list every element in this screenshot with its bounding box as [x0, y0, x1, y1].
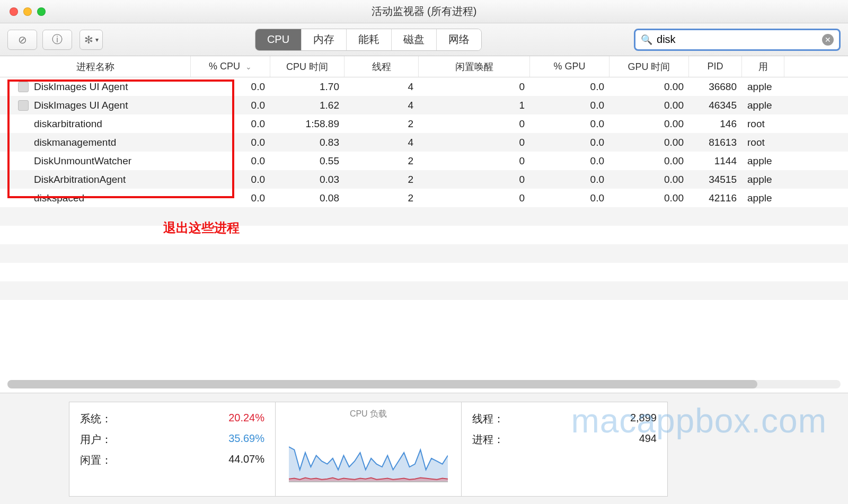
cell-cpu: 0.0 [191, 118, 270, 130]
cell-cpu: 0.0 [191, 100, 270, 111]
process-name: DiskImages UI Agent [34, 81, 128, 93]
table-row[interactable]: DiskArbitrationAgent0.00.03200.00.003451… [0, 170, 848, 189]
window-zoom-button[interactable] [37, 7, 46, 16]
table-row[interactable]: DiskImages UI Agent0.01.70400.00.0036680… [0, 77, 848, 96]
cell-threads: 4 [344, 81, 419, 93]
chevron-down-icon: ▾ [95, 36, 99, 43]
process-icon [18, 137, 29, 148]
column-header-wakeups[interactable]: 闲置唤醒 [419, 56, 530, 77]
cell-threads: 4 [344, 100, 419, 111]
cell-wake: 0 [419, 155, 530, 167]
cell-pid: 42116 [689, 192, 742, 204]
cell-pid: 36680 [689, 81, 742, 93]
column-header-name[interactable]: 进程名称 [0, 56, 191, 77]
cell-name: DiskArbitrationAgent [0, 174, 191, 185]
cell-cput: 0.55 [270, 155, 344, 167]
cell-gpu: 0.0 [530, 100, 610, 111]
inspect-process-button[interactable]: ⓘ [42, 30, 72, 50]
empty-row [0, 207, 848, 226]
process-icon [18, 193, 29, 204]
scrollbar-thumb[interactable] [7, 380, 757, 388]
stat-threads: 线程： 2,899 [472, 409, 657, 429]
cell-user: apple [742, 174, 784, 185]
cell-cput: 0.03 [270, 174, 344, 185]
cell-user: root [742, 118, 784, 130]
cell-gpu: 0.0 [530, 174, 610, 185]
process-name: DiskImages UI Agent [34, 100, 128, 111]
cpu-usage-panel: 系统： 20.24% 用户： 35.69% 闲置： 44.07% [69, 402, 276, 497]
settings-menu-button[interactable]: ✻ ▾ [80, 30, 103, 50]
column-header-gpu[interactable]: % GPU [530, 56, 610, 77]
search-input[interactable] [657, 33, 818, 46]
search-field[interactable]: 🔍 ✕ [634, 29, 841, 51]
table-row[interactable]: diskspaced0.00.08200.00.0042116apple [0, 189, 848, 207]
process-table: DiskImages UI Agent0.01.70400.00.0036680… [0, 77, 848, 378]
stat-processes-value: 494 [639, 432, 657, 447]
search-icon: 🔍 [641, 34, 652, 46]
info-icon: ⓘ [52, 32, 63, 47]
process-name: DiskUnmountWatcher [34, 155, 131, 167]
empty-row [0, 226, 848, 244]
cell-gput: 0.00 [610, 137, 689, 148]
traffic-lights [0, 7, 46, 16]
counts-panel: 线程： 2,899 进程： 494 [461, 402, 668, 497]
stat-user: 用户： 35.69% [80, 429, 264, 450]
cell-name: diskmanagementd [0, 137, 191, 148]
cell-gpu: 0.0 [530, 155, 610, 167]
tab-segmented-control: CPU 内存 能耗 磁盘 网络 [255, 29, 482, 51]
column-header-user[interactable]: 用 [742, 56, 784, 77]
process-icon [18, 100, 29, 111]
quit-process-button[interactable]: ⊘ [7, 30, 37, 50]
footer: 系统： 20.24% 用户： 35.69% 闲置： 44.07% CPU 负载 … [0, 393, 848, 504]
stat-idle-value: 44.07% [228, 453, 264, 467]
cell-gput: 0.00 [610, 100, 689, 111]
table-row[interactable]: DiskUnmountWatcher0.00.55200.00.001144ap… [0, 152, 848, 170]
gear-icon: ✻ [84, 33, 93, 46]
process-icon [18, 82, 29, 92]
process-name: diskspaced [34, 192, 84, 204]
window-close-button[interactable] [10, 7, 18, 16]
cell-gpu: 0.0 [530, 118, 610, 130]
window-minimize-button[interactable] [23, 7, 32, 16]
table-row[interactable]: DiskImages UI Agent0.01.62410.00.0046345… [0, 96, 848, 114]
cell-gpu: 0.0 [530, 81, 610, 93]
process-icon [18, 119, 29, 129]
tab-memory[interactable]: 内存 [301, 29, 346, 50]
tab-disk[interactable]: 磁盘 [391, 29, 436, 50]
cell-wake: 0 [419, 81, 530, 93]
cell-cput: 1.62 [270, 100, 344, 111]
titlebar: 活动监视器 (所有进程) [0, 0, 848, 23]
cell-name: DiskUnmountWatcher [0, 155, 191, 167]
cell-pid: 46345 [689, 100, 742, 111]
empty-row [0, 244, 848, 263]
column-header-cpu-label: % CPU [209, 61, 240, 72]
cell-threads: 2 [344, 155, 419, 167]
column-header-gputime[interactable]: GPU 时间 [610, 56, 689, 77]
cell-cpu: 0.0 [191, 155, 270, 167]
tab-cpu[interactable]: CPU [255, 29, 301, 50]
column-header-pid[interactable]: PID [689, 56, 742, 77]
column-header-threads[interactable]: 线程 [344, 56, 419, 77]
stat-system-label: 系统： [80, 412, 112, 426]
stat-system: 系统： 20.24% [80, 409, 264, 429]
cell-pid: 34515 [689, 174, 742, 185]
cell-threads: 2 [344, 118, 419, 130]
column-header-cpu[interactable]: % CPU ⌄ [191, 56, 270, 77]
cell-user: apple [742, 192, 784, 204]
cell-gpu: 0.0 [530, 192, 610, 204]
process-icon [18, 174, 29, 185]
cell-wake: 0 [419, 118, 530, 130]
empty-row [0, 263, 848, 281]
table-row[interactable]: diskarbitrationd0.01:58.89200.00.00146ro… [0, 114, 848, 133]
process-name: diskarbitrationd [34, 118, 102, 130]
cell-user: root [742, 137, 784, 148]
tab-network[interactable]: 网络 [436, 29, 481, 50]
clear-search-button[interactable]: ✕ [822, 34, 834, 46]
horizontal-scrollbar[interactable] [7, 380, 841, 388]
table-row[interactable]: diskmanagementd0.00.83400.00.0081613root [0, 133, 848, 152]
stat-processes-label: 进程： [472, 432, 504, 447]
column-header-cputime[interactable]: CPU 时间 [270, 56, 344, 77]
cell-gput: 0.00 [610, 192, 689, 204]
tab-energy[interactable]: 能耗 [346, 29, 391, 50]
stat-threads-label: 线程： [472, 412, 504, 426]
